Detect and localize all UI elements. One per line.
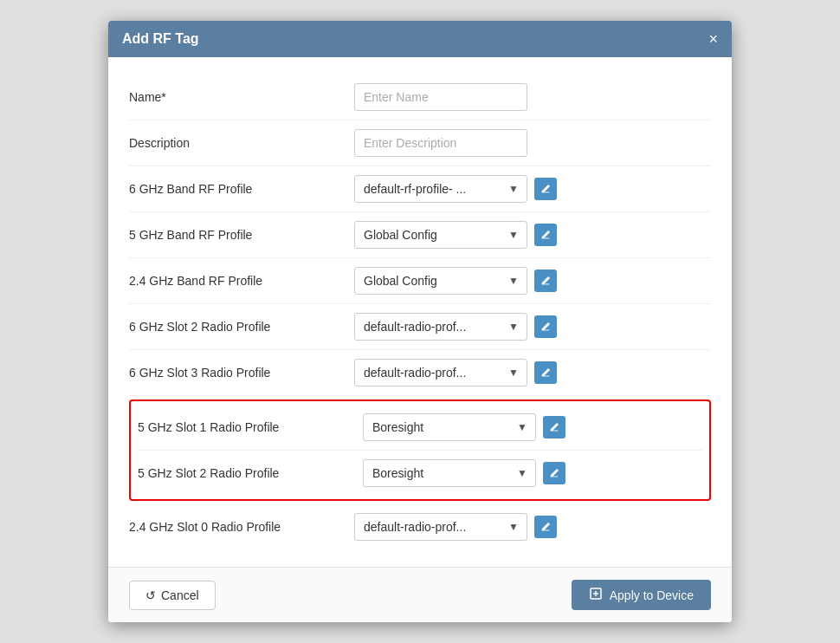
5ghz-band-rf-control: Global Config▼ [354,221,557,249]
2-4ghz-band-rf-select[interactable]: Global Config [354,267,527,295]
description-control [354,129,527,157]
cancel-button[interactable]: ↺ Cancel [129,581,216,610]
6ghz-slot2-radio-control: default-radio-prof...▼ [354,313,557,341]
6ghz-slot2-radio-select[interactable]: default-radio-prof... [354,313,527,341]
highlighted-section: 5 GHz Slot 1 Radio ProfileBoresight▼5 GH… [129,399,711,501]
6ghz-slot3-radio-control: default-radio-prof...▼ [354,359,557,386]
6ghz-slot3-radio-select-wrap: default-radio-prof...▼ [354,359,527,386]
modal-footer: ↺ Cancel Apply to Device [108,567,732,622]
5ghz-slot1-radio-edit-button[interactable] [543,416,565,438]
6ghz-band-rf-control: default-rf-profile- ...▼ [354,175,557,203]
cancel-label: Cancel [161,588,199,602]
2-4ghz-band-rf-label: 2.4 GHz Band RF Profile [129,274,354,288]
cancel-icon: ↺ [145,588,156,602]
6ghz-slot3-radio-edit-button[interactable] [534,361,557,384]
2-4ghz-band-rf-row: 2.4 GHz Band RF ProfileGlobal Config▼ [129,258,711,304]
name-input[interactable] [354,83,527,111]
6ghz-band-rf-row: 6 GHz Band RF Profiledefault-rf-profile-… [129,166,711,212]
6ghz-slot3-radio-select[interactable]: default-radio-prof... [354,359,527,386]
5ghz-slot2-radio-edit-button[interactable] [543,462,565,484]
name-label: Name* [129,90,354,104]
2-4ghz-slot0-radio-select[interactable]: default-radio-prof... [354,513,527,541]
modal-body: Name* Description 6 GHz Band RF Profiled… [108,57,732,567]
6ghz-slot3-radio-row: 6 GHz Slot 3 Radio Profiledefault-radio-… [129,350,711,396]
modal-header: Add RF Tag × [108,21,732,57]
5ghz-band-rf-edit-button[interactable] [534,224,557,246]
2-4ghz-slot0-radio-label: 2.4 GHz Slot 0 Radio Profile [129,520,354,534]
2-4ghz-slot0-radio-select-wrap: default-radio-prof...▼ [354,513,527,541]
6ghz-slot2-radio-select-wrap: default-radio-prof...▼ [354,313,527,341]
5ghz-band-rf-label: 5 GHz Band RF Profile [129,228,354,242]
2-4ghz-slot0-radio-row: 2.4 GHz Slot 0 Radio Profiledefault-radi… [129,504,711,549]
5ghz-slot1-radio-label: 5 GHz Slot 1 Radio Profile [138,420,363,434]
5ghz-slot1-radio-row: 5 GHz Slot 1 Radio ProfileBoresight▼ [138,405,702,451]
5ghz-slot2-radio-select-wrap: Boresight▼ [363,459,536,487]
5ghz-slot1-radio-select[interactable]: Boresight [363,413,536,441]
5ghz-band-rf-row: 5 GHz Band RF ProfileGlobal Config▼ [129,212,711,258]
apply-label: Apply to Device [610,588,694,602]
add-rf-tag-modal: Add RF Tag × Name* Description 6 GHz Ban… [108,21,732,622]
2-4ghz-slot0-radio-edit-button[interactable] [534,516,557,538]
name-control [354,83,527,111]
5ghz-slot1-radio-select-wrap: Boresight▼ [363,413,536,441]
5ghz-slot2-radio-select[interactable]: Boresight [363,459,536,487]
5ghz-band-rf-select-wrap: Global Config▼ [354,221,527,249]
2-4ghz-slot0-radio-control: default-radio-prof...▼ [354,513,557,541]
6ghz-slot2-radio-edit-button[interactable] [534,315,557,338]
2-4ghz-band-rf-select-wrap: Global Config▼ [354,267,527,295]
apply-to-device-button[interactable]: Apply to Device [572,580,711,610]
6ghz-slot2-radio-label: 6 GHz Slot 2 Radio Profile [129,320,354,334]
6ghz-band-rf-select[interactable]: default-rf-profile- ... [354,175,527,203]
description-row: Description [129,120,711,166]
description-input[interactable] [354,129,527,157]
fields-container: 6 GHz Band RF Profiledefault-rf-profile-… [129,166,711,549]
5ghz-slot2-radio-control: Boresight▼ [363,459,565,487]
2-4ghz-band-rf-control: Global Config▼ [354,267,557,295]
modal-title: Add RF Tag [122,31,199,47]
6ghz-band-rf-edit-button[interactable] [534,178,557,200]
name-row: Name* [129,75,711,120]
5ghz-band-rf-select[interactable]: Global Config [354,221,527,249]
6ghz-band-rf-label: 6 GHz Band RF Profile [129,182,354,196]
2-4ghz-band-rf-edit-button[interactable] [534,270,557,292]
close-button[interactable]: × [708,31,718,47]
6ghz-slot2-radio-row: 6 GHz Slot 2 Radio Profiledefault-radio-… [129,304,711,350]
description-label: Description [129,136,354,150]
6ghz-band-rf-select-wrap: default-rf-profile- ...▼ [354,175,527,203]
5ghz-slot2-radio-label: 5 GHz Slot 2 Radio Profile [138,466,363,480]
5ghz-slot2-radio-row: 5 GHz Slot 2 Radio ProfileBoresight▼ [138,451,702,496]
apply-icon [589,587,603,603]
6ghz-slot3-radio-label: 6 GHz Slot 3 Radio Profile [129,366,354,380]
5ghz-slot1-radio-control: Boresight▼ [363,413,565,441]
